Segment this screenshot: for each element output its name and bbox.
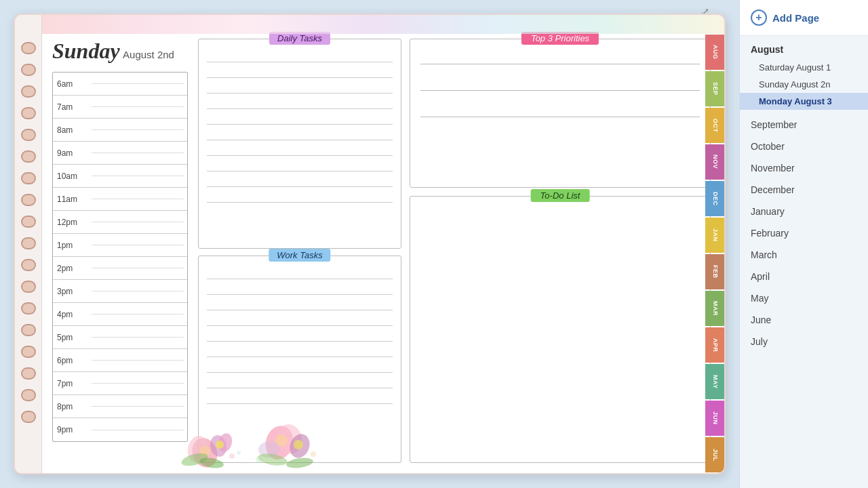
day-item[interactable]: Monday August 3 bbox=[740, 93, 868, 110]
simple-month[interactable]: April bbox=[740, 266, 868, 287]
planner-book: Sunday August 2nd 6am7am8am9am10am11am12… bbox=[14, 14, 726, 474]
right-content: Daily Tasks bbox=[198, 39, 711, 463]
spiral-ring bbox=[21, 194, 36, 206]
tab-dec[interactable]: DEC bbox=[705, 181, 726, 216]
side-column: Top 3 Priorities To-Do List bbox=[410, 39, 711, 463]
task-line bbox=[207, 171, 393, 171]
add-page-label[interactable]: Add Page bbox=[772, 12, 819, 24]
tab-jul[interactable]: JUL bbox=[705, 437, 726, 472]
time-line bbox=[92, 176, 184, 176]
date-label: August 2nd bbox=[123, 49, 174, 60]
task-line bbox=[207, 62, 393, 62]
tab-apr[interactable]: APR bbox=[705, 327, 726, 363]
time-label: 9am bbox=[53, 148, 88, 158]
priority-line bbox=[420, 64, 700, 64]
month-tabs: AUGSEPOCTNOVDECJANFEBMARAPRMAYJUNJUL bbox=[705, 34, 726, 473]
time-label: 12pm bbox=[53, 218, 88, 227]
svg-point-18 bbox=[256, 456, 262, 463]
time-row: 2pm bbox=[53, 257, 187, 280]
task-line bbox=[207, 93, 393, 94]
month-section: AugustSaturday August 1Sunday August 2nM… bbox=[740, 36, 868, 114]
month-name[interactable]: August bbox=[740, 40, 868, 59]
spiral-ring bbox=[21, 107, 36, 119]
time-line bbox=[92, 360, 184, 361]
tab-jun[interactable]: JUN bbox=[705, 401, 726, 436]
simple-month[interactable]: March bbox=[740, 244, 868, 266]
work-task-lines bbox=[207, 275, 393, 404]
svg-point-15 bbox=[285, 456, 314, 469]
day-item[interactable]: Sunday August 2n bbox=[740, 76, 868, 93]
tab-sep[interactable]: SEP bbox=[705, 71, 726, 106]
simple-month[interactable]: May bbox=[740, 287, 868, 309]
spiral-ring bbox=[21, 324, 36, 336]
task-line bbox=[207, 372, 393, 373]
task-line bbox=[207, 124, 393, 125]
svg-point-5 bbox=[216, 441, 224, 449]
tab-oct[interactable]: OCT bbox=[705, 108, 726, 143]
priority-line bbox=[420, 90, 700, 91]
svg-point-16 bbox=[229, 453, 235, 459]
time-row: 8am bbox=[53, 119, 187, 142]
tab-nov[interactable]: NOV bbox=[705, 144, 726, 180]
simple-month[interactable]: February bbox=[740, 222, 868, 244]
time-label: 7am bbox=[53, 102, 88, 112]
spiral-ring bbox=[21, 259, 36, 271]
time-line bbox=[92, 268, 184, 268]
planner-area: ⤢ bbox=[0, 0, 739, 488]
spiral-ring bbox=[21, 85, 36, 98]
daily-tasks-box: Daily Tasks bbox=[198, 39, 401, 249]
time-row: 7pm bbox=[53, 372, 187, 395]
svg-point-17 bbox=[237, 451, 241, 455]
simple-month[interactable]: November bbox=[740, 157, 868, 179]
priority-box: Top 3 Priorities bbox=[410, 39, 711, 188]
task-line bbox=[207, 325, 393, 326]
time-row: 6pm bbox=[53, 349, 187, 372]
time-label: 2pm bbox=[53, 264, 88, 273]
time-label: 10am bbox=[53, 171, 88, 181]
daily-task-lines bbox=[207, 58, 393, 203]
work-tasks-label: Work Tasks bbox=[269, 249, 330, 262]
task-line bbox=[207, 310, 393, 310]
time-label: 8pm bbox=[53, 402, 88, 411]
simple-month[interactable]: July bbox=[740, 331, 868, 352]
sidebar: + Add Page AugustSaturday August 1Sunday… bbox=[739, 0, 868, 488]
svg-point-19 bbox=[311, 451, 316, 457]
task-line bbox=[207, 140, 393, 140]
day-item[interactable]: Saturday August 1 bbox=[740, 59, 868, 76]
priority-line bbox=[420, 117, 700, 117]
tab-aug[interactable]: AUG bbox=[705, 35, 726, 70]
time-line bbox=[92, 129, 184, 130]
time-row: 1pm bbox=[53, 234, 187, 257]
time-label: 4pm bbox=[53, 310, 88, 319]
planner-content: Sunday August 2nd 6am7am8am9am10am11am12… bbox=[42, 15, 724, 473]
simple-month[interactable]: October bbox=[740, 136, 868, 157]
spiral-ring bbox=[21, 367, 36, 380]
task-line bbox=[207, 279, 393, 279]
time-row: 11am bbox=[53, 188, 187, 211]
time-label: 5pm bbox=[53, 333, 88, 342]
tab-feb[interactable]: FEB bbox=[705, 254, 726, 289]
time-label: 6am bbox=[53, 79, 88, 89]
floral-decoration bbox=[164, 405, 354, 473]
simple-month[interactable]: January bbox=[740, 201, 868, 222]
tab-may[interactable]: MAY bbox=[705, 364, 726, 399]
day-header: Sunday August 2nd bbox=[52, 39, 188, 64]
tab-jan[interactable]: JAN bbox=[705, 218, 726, 253]
time-label: 8am bbox=[53, 125, 88, 135]
time-row: 12pm bbox=[53, 211, 187, 234]
time-line bbox=[92, 314, 184, 314]
spiral-ring bbox=[21, 172, 36, 184]
simple-month[interactable]: December bbox=[740, 179, 868, 201]
add-page-icon[interactable]: + bbox=[751, 9, 767, 26]
sidebar-header[interactable]: + Add Page bbox=[740, 0, 868, 36]
time-label: 9pm bbox=[53, 425, 88, 434]
time-row: 5pm bbox=[53, 326, 187, 349]
spiral-ring bbox=[21, 411, 36, 423]
time-line bbox=[92, 106, 184, 107]
simple-month[interactable]: June bbox=[740, 309, 868, 331]
spiral-ring bbox=[21, 42, 36, 54]
simple-month[interactable]: September bbox=[740, 114, 868, 136]
tab-mar[interactable]: MAR bbox=[705, 291, 726, 326]
time-label: 7pm bbox=[53, 379, 88, 388]
spiral-ring bbox=[21, 281, 36, 293]
